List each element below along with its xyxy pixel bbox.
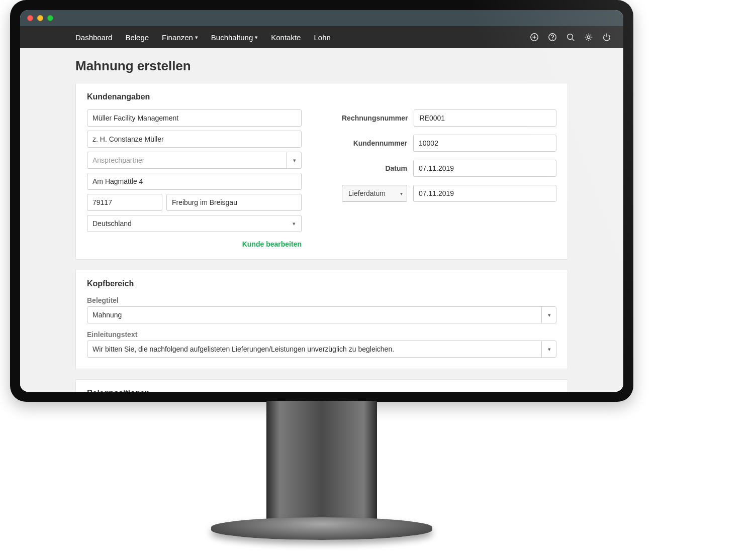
contact-input[interactable] (87, 152, 302, 169)
card-belegpositionen: Belegpositionen (75, 379, 568, 392)
label-belegtitel: Belegtitel (87, 296, 556, 304)
delivery-date-label: Lieferdatum (348, 189, 386, 197)
date-input[interactable] (413, 160, 556, 177)
chevron-down-icon: ▾ (255, 34, 258, 41)
nav-finanzen-label: Finanzen (162, 33, 193, 42)
heading-belegpositionen: Belegpositionen (87, 389, 556, 392)
nav-buchhaltung-label: Buchhaltung (211, 33, 253, 42)
delivery-date-dropdown[interactable]: Lieferdatum ▾ (342, 185, 407, 202)
customer-left-col: ▾ ▾ Kunde bearbeiten (87, 109, 302, 248)
nav-buchhaltung[interactable]: Buchhaltung ▾ (211, 33, 258, 42)
attn-input[interactable] (87, 131, 302, 148)
heading-kundenangaben: Kundenangaben (87, 92, 556, 101)
customer-no-input[interactable] (413, 135, 556, 152)
page-body: Mahnung erstellen Kundenangaben ▾ (20, 48, 623, 392)
city-input[interactable] (166, 194, 302, 211)
svg-point-5 (568, 34, 573, 40)
label-invoice-no: Rechnungsnummer (342, 114, 408, 122)
belegtitel-input[interactable] (87, 306, 556, 323)
street-input[interactable] (87, 173, 302, 190)
maximize-icon[interactable] (47, 15, 53, 21)
chevron-down-icon: ▾ (195, 34, 198, 41)
nav-lohn[interactable]: Lohn (314, 33, 330, 42)
card-kopfbereich: Kopfbereich Belegtitel ▾ Einleitungstext… (75, 270, 568, 369)
heading-kopfbereich: Kopfbereich (87, 279, 556, 288)
nav-dashboard[interactable]: Dashboard (75, 33, 112, 42)
top-nav: Dashboard Belege Finanzen ▾ Buchhaltung … (20, 26, 623, 48)
page-title: Mahnung erstellen (75, 58, 568, 74)
belegtitel-select[interactable]: ▾ (87, 306, 556, 323)
nav-finanzen[interactable]: Finanzen ▾ (162, 33, 198, 42)
invoice-no-input[interactable] (414, 109, 556, 127)
delivery-date-input[interactable] (413, 185, 556, 202)
customer-right-col: Rechnungsnummer Kundennummer Datum (342, 109, 556, 248)
window-titlebar (20, 10, 623, 26)
chevron-down-icon: ▾ (400, 191, 403, 196)
label-customer-no: Kundennummer (342, 139, 407, 147)
label-einleitungstext: Einleitungstext (87, 330, 556, 339)
country-input[interactable] (87, 215, 302, 232)
nav-kontakte[interactable]: Kontakte (271, 33, 301, 42)
power-icon[interactable] (602, 33, 611, 42)
screen: Dashboard Belege Finanzen ▾ Buchhaltung … (20, 10, 623, 392)
company-input[interactable] (87, 109, 302, 127)
edit-customer-link[interactable]: Kunde bearbeiten (87, 240, 302, 248)
minimize-icon[interactable] (37, 15, 43, 21)
search-icon[interactable] (566, 33, 575, 42)
einleitungstext-input[interactable] (87, 341, 556, 358)
help-icon[interactable] (548, 33, 557, 42)
label-date: Datum (342, 164, 407, 172)
add-icon[interactable] (530, 33, 539, 42)
nav-belege[interactable]: Belege (125, 33, 149, 42)
card-kundenangaben: Kundenangaben ▾ (75, 83, 568, 260)
gear-icon[interactable] (584, 33, 593, 42)
monitor-stand-base (211, 517, 432, 540)
contact-select[interactable]: ▾ (87, 152, 302, 169)
zip-input[interactable] (87, 194, 162, 211)
close-icon[interactable] (27, 15, 33, 21)
monitor-stand-neck (266, 401, 377, 526)
monitor-frame: Dashboard Belege Finanzen ▾ Buchhaltung … (10, 0, 633, 402)
svg-line-6 (573, 39, 575, 41)
svg-point-7 (587, 36, 590, 38)
einleitungstext-select[interactable]: ▾ (87, 341, 556, 358)
country-select[interactable]: ▾ (87, 215, 302, 232)
